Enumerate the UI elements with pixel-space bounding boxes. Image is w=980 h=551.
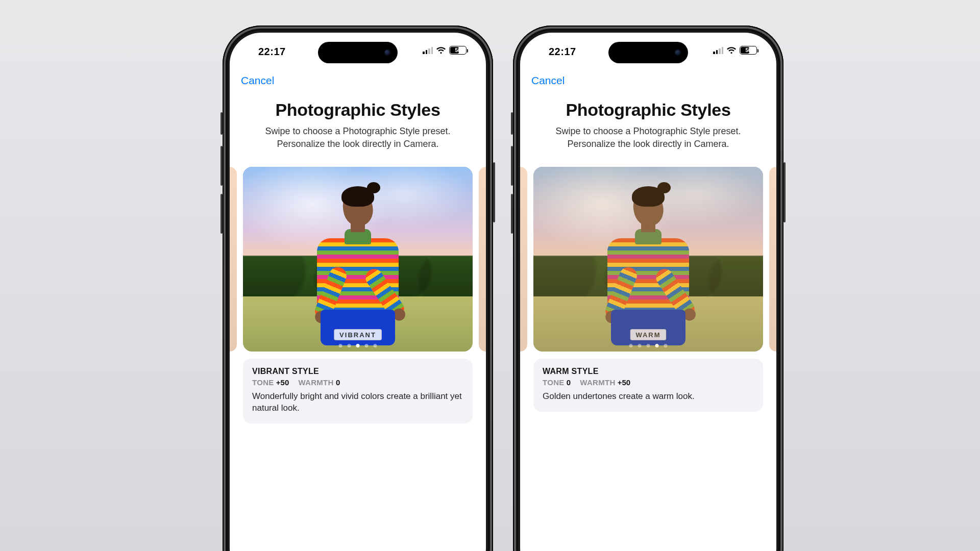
carousel-peek-prev[interactable]: [230, 167, 237, 352]
dynamic-island: [608, 42, 688, 63]
style-params: TONE 0 WARMTH +50: [543, 378, 754, 387]
power-button[interactable]: [493, 162, 495, 222]
status-time: 22:17: [549, 46, 576, 58]
page-subtitle: Swipe to choose a Photographic Style pre…: [536, 125, 761, 151]
screen: 22:17 50: [230, 33, 486, 551]
style-params: TONE +50 WARMTH 0: [252, 378, 463, 387]
cellular-signal-icon: [713, 47, 723, 54]
volume-down-button[interactable]: [511, 194, 513, 234]
style-name: WARM STYLE: [543, 367, 754, 376]
wifi-icon: [436, 47, 446, 54]
style-preview-image[interactable]: WARM: [533, 167, 763, 352]
screen: 22:17 50: [520, 33, 776, 551]
page-indicator[interactable]: [339, 344, 377, 347]
volume-up-button[interactable]: [511, 146, 513, 186]
dynamic-island: [318, 42, 398, 63]
silence-switch[interactable]: [511, 112, 513, 135]
style-carousel[interactable]: WARM: [520, 167, 776, 352]
volume-up-button[interactable]: [220, 146, 223, 186]
nav-bar: Cancel: [230, 70, 486, 87]
cellular-signal-icon: [423, 47, 433, 54]
page-title: Photographic Styles: [520, 100, 776, 120]
nav-bar: Cancel: [520, 70, 776, 87]
status-time: 22:17: [258, 46, 286, 58]
style-info-card: VIBRANT STYLE TONE +50 WARMTH 0 Wonderfu…: [243, 359, 473, 423]
cancel-button[interactable]: Cancel: [531, 74, 565, 86]
comparison-stage: 22:17 50: [118, 0, 862, 416]
style-name: VIBRANT STYLE: [252, 367, 463, 376]
page-indicator[interactable]: [629, 344, 668, 347]
wifi-icon: [726, 47, 737, 54]
carousel-peek-next[interactable]: [479, 167, 486, 352]
battery-indicator: 50: [449, 46, 467, 55]
cancel-button[interactable]: Cancel: [241, 74, 274, 86]
style-info-card: WARM STYLE TONE 0 WARMTH +50 Golden unde…: [533, 359, 763, 412]
style-preview-image[interactable]: VIBRANT: [243, 167, 473, 352]
carousel-peek-prev[interactable]: [520, 167, 527, 352]
style-carousel[interactable]: VIBRANT: [230, 167, 486, 352]
silence-switch[interactable]: [220, 112, 223, 135]
style-badge: WARM: [630, 329, 666, 340]
page-title: Photographic Styles: [230, 100, 486, 120]
volume-down-button[interactable]: [220, 194, 223, 234]
carousel-peek-next[interactable]: [769, 167, 776, 352]
battery-indicator: 50: [740, 46, 757, 55]
page-subtitle: Swipe to choose a Photographic Style pre…: [246, 125, 470, 151]
phone-right: 22:17 50: [513, 26, 783, 551]
style-badge: VIBRANT: [334, 329, 382, 340]
style-description: Golden undertones create a warm look.: [543, 391, 754, 403]
power-button[interactable]: [783, 162, 786, 222]
style-description: Wonderfully bright and vivid colors crea…: [252, 391, 463, 414]
phone-left: 22:17 50: [223, 26, 493, 551]
